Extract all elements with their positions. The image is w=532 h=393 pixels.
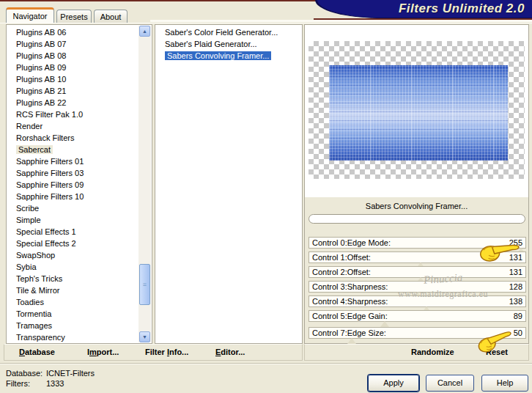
category-list-item[interactable]: Tile & Mirror bbox=[7, 284, 152, 296]
tab-baseline bbox=[0, 23, 532, 23]
category-list-item[interactable]: Plugins AB 09 bbox=[7, 62, 152, 73]
filter-info-button[interactable]: Filter Info... bbox=[145, 348, 188, 356]
category-list-item[interactable]: Plugins AB 10 bbox=[7, 73, 152, 85]
category-list-item[interactable]: Sapphire Filters 10 bbox=[7, 191, 152, 202]
tab-presets[interactable]: Presets bbox=[56, 10, 92, 23]
tab-about[interactable]: About bbox=[94, 10, 128, 23]
scroll-down-icon[interactable]: ▼ bbox=[139, 331, 150, 342]
control-value: 255 bbox=[509, 238, 522, 248]
category-list-item[interactable]: Render bbox=[7, 120, 152, 132]
bottom-separator-highlight bbox=[0, 364, 532, 364]
category-list-item[interactable]: Plugins AB 22 bbox=[7, 97, 152, 109]
scroll-up-icon[interactable]: ▲ bbox=[139, 26, 150, 37]
control-value: 138 bbox=[509, 296, 522, 306]
filter-listbox[interactable]: Saber's Color Field Generator... Saber's… bbox=[155, 24, 303, 344]
randomize-button[interactable]: Randomize bbox=[411, 348, 454, 356]
tab-about-label: About bbox=[100, 12, 122, 21]
control-label: Control 5:Edge Gain: bbox=[312, 311, 388, 321]
window-top-edge bbox=[0, 0, 319, 1]
category-list-item[interactable]: Simple bbox=[7, 214, 152, 226]
control-value: 131 bbox=[509, 267, 522, 277]
status-filters-value: 1333 bbox=[46, 379, 64, 388]
category-list-item[interactable]: Tormentia bbox=[7, 308, 152, 320]
category-list-item[interactable]: Sybia bbox=[7, 261, 152, 273]
status-database-value: ICNET-Filters bbox=[46, 369, 95, 378]
category-list-item[interactable]: RCS Filter Pak 1.0 bbox=[7, 109, 152, 120]
category-list-item[interactable]: Teph's Tricks bbox=[7, 273, 152, 284]
status-filters-label: Filters: bbox=[6, 379, 30, 388]
category-list-item[interactable]: Plugins AB 21 bbox=[7, 85, 152, 97]
control-label: Control 3:Sharpness: bbox=[312, 282, 388, 292]
control-row[interactable]: Control 3:Sharpness: 128 bbox=[309, 281, 526, 293]
transparency-checkerboard bbox=[309, 41, 525, 179]
category-listbox[interactable]: Plugins AB 06 Plugins AB 07 Plugins AB 0… bbox=[6, 24, 152, 344]
category-list-item[interactable]: Plugins AB 06 bbox=[7, 26, 152, 38]
app-title: Filters Unlimited 2.0 bbox=[399, 1, 525, 16]
control-label: Control 7:Edge Size: bbox=[312, 328, 386, 338]
filter-preview-image bbox=[329, 65, 508, 161]
database-toolbar: Database Import... Filter Info... Editor… bbox=[4, 344, 303, 361]
category-list-item[interactable]: Special Effects 2 bbox=[7, 238, 152, 249]
slider-thumb[interactable] bbox=[347, 338, 356, 344]
control-row[interactable]: Control 7:Edge Size: 50 bbox=[309, 327, 526, 339]
slider-thumb[interactable] bbox=[380, 321, 389, 327]
help-button[interactable]: Help bbox=[481, 375, 528, 392]
randomize-reset-bar: Randomize Reset bbox=[304, 344, 529, 361]
category-list-item[interactable]: Transparency bbox=[7, 331, 152, 343]
import-button[interactable]: Import... bbox=[87, 348, 119, 356]
category-list-item[interactable]: SwapShop bbox=[7, 249, 152, 261]
control-label: Control 2:Offset: bbox=[312, 267, 371, 277]
category-list-item[interactable]: Plugins AB 07 bbox=[7, 38, 152, 50]
apply-button[interactable]: Apply bbox=[368, 375, 419, 392]
category-list-item[interactable]: Special Effects 1 bbox=[7, 226, 152, 238]
control-value: 89 bbox=[514, 311, 522, 321]
control-value: 131 bbox=[509, 252, 522, 262]
status-database-label: Database: bbox=[6, 369, 43, 378]
control-row[interactable]: Control 5:Edge Gain: 89 bbox=[309, 310, 526, 322]
filter-list-item[interactable]: Saber's Color Field Generator... bbox=[155, 26, 302, 38]
category-list-item[interactable]: Tramages bbox=[7, 320, 152, 331]
control-label: Control 1:Offset: bbox=[312, 252, 371, 262]
category-list-item[interactable]: Plugins AB 08 bbox=[7, 50, 152, 62]
reset-button[interactable]: Reset bbox=[486, 348, 508, 356]
tab-navigator-label: Navigator bbox=[12, 12, 47, 21]
category-list-item[interactable]: Sapphire Filters 03 bbox=[7, 167, 152, 179]
control-row[interactable]: Control 0:Edge Mode: 255 bbox=[309, 237, 526, 249]
editor-button[interactable]: Editor... bbox=[215, 348, 245, 356]
control-sliders: Control 0:Edge Mode: 255 Control 1:Offse… bbox=[309, 237, 526, 342]
tab-presets-label: Presets bbox=[60, 12, 87, 21]
category-list-item[interactable]: Sabercat bbox=[7, 144, 152, 155]
scrollbar-thumb[interactable]: ≡ bbox=[139, 264, 150, 305]
control-value: 128 bbox=[509, 282, 522, 292]
category-list-item[interactable]: Toadies bbox=[7, 296, 152, 308]
category-scrollbar[interactable]: ▲ ≡ ▼ bbox=[138, 26, 151, 342]
filter-list-item[interactable]: Sabers Convolving Framer... bbox=[155, 50, 302, 62]
control-value: 50 bbox=[514, 328, 522, 338]
title-banner: Filters Unlimited 2.0 bbox=[315, 0, 532, 18]
database-button[interactable]: Database bbox=[19, 348, 55, 356]
category-list-item[interactable]: Sapphire Filters 09 bbox=[7, 179, 152, 191]
control-row[interactable]: Control 2:Offset: 131 bbox=[309, 266, 526, 278]
category-list-item[interactable]: Scribe bbox=[7, 202, 152, 214]
control-row[interactable]: Control 1:Offset: 131 bbox=[309, 251, 526, 263]
filter-list-item[interactable]: Saber's Plaid Generator... bbox=[155, 38, 302, 50]
category-list-item[interactable]: Rorshack Filters bbox=[7, 132, 152, 144]
category-list-item[interactable]: Sapphire Filters 01 bbox=[7, 155, 152, 167]
preview-background bbox=[305, 25, 528, 197]
preview-panel: Sabers Convolving Framer... Control 0:Ed… bbox=[304, 24, 529, 344]
banner-lower-highlight bbox=[150, 20, 532, 22]
progress-bar bbox=[309, 214, 525, 224]
preview-caption: Sabers Convolving Framer... bbox=[305, 202, 528, 210]
control-row[interactable]: Control 4:Sharpness: 138 bbox=[309, 295, 526, 307]
control-label: Control 0:Edge Mode: bbox=[312, 238, 391, 248]
cancel-button[interactable]: Cancel bbox=[426, 375, 474, 392]
tab-navigator[interactable]: Navigator bbox=[6, 7, 54, 23]
control-label: Control 4:Sharpness: bbox=[312, 296, 388, 306]
